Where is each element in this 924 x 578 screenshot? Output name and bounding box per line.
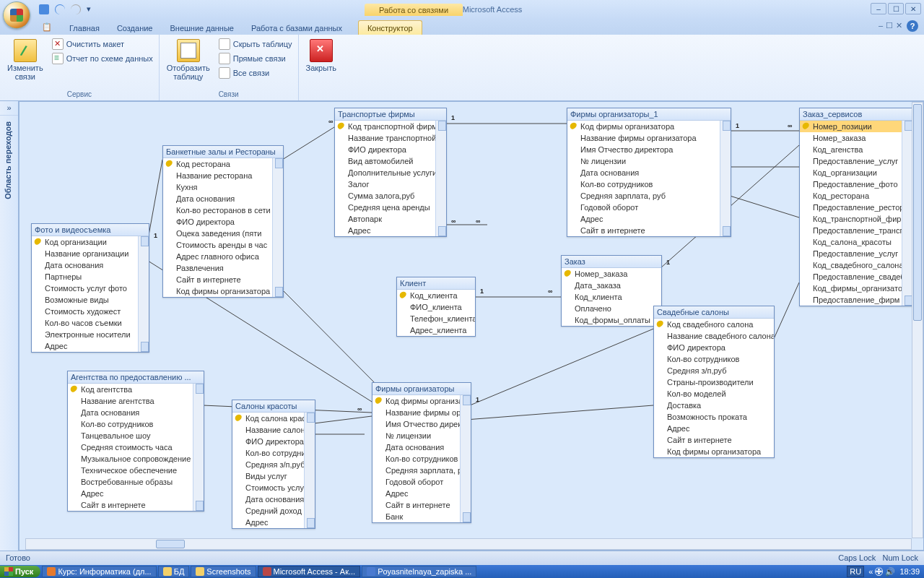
table-field[interactable]: Предоставление_транспорт [800, 225, 912, 236]
table-field[interactable]: Предоставление_услуг [800, 248, 912, 259]
table-field[interactable]: Оплачено [562, 303, 661, 314]
table-field[interactable]: Код_транспортной_фирмы [800, 213, 912, 225]
edit-relationships-button[interactable]: Изменить связи [4, 38, 46, 82]
table-field[interactable]: Кол-во ресторанов в сети [163, 204, 283, 216]
table-field[interactable]: Адрес [567, 213, 731, 225]
table-field[interactable]: Кол-во моделей [654, 388, 774, 400]
table-field[interactable]: Возможность проката [654, 411, 774, 423]
table-header[interactable]: Свадебные салоны [654, 306, 774, 319]
table-field[interactable]: Банк [372, 511, 471, 522]
table-scrollbar[interactable] [460, 395, 471, 522]
start-button[interactable]: Пуск [0, 566, 40, 577]
table-field[interactable]: ФИО_клиента [397, 301, 475, 313]
language-indicator[interactable]: RU [847, 566, 864, 577]
table-scrollbar[interactable] [304, 413, 315, 528]
table-field[interactable]: Код_организации [800, 167, 912, 178]
table-field[interactable]: Код_ресторана [800, 190, 912, 202]
table-field[interactable]: Доставка [654, 400, 774, 411]
table-window-wedding[interactable]: Свадебные салоныКод свадебного салонаНаз… [653, 306, 775, 458]
table-field[interactable]: Код фирмы организатора [163, 285, 283, 297]
relationship-report-button[interactable]: Отчет по схеме данных [51, 52, 154, 65]
table-window-order[interactable]: ЗаказНомер_заказаДата_заказаКод_клиентаО… [561, 255, 662, 327]
table-field[interactable]: Номер_заказа [562, 268, 661, 280]
maximize-button[interactable]: ☐ [888, 3, 904, 14]
table-field[interactable]: Автопарк [335, 213, 446, 225]
tab-home[interactable]: Главная [61, 21, 108, 35]
table-field[interactable]: Средняя з/п,руб [232, 459, 315, 470]
table-field[interactable]: Название транспортной [335, 132, 446, 144]
table-field[interactable]: Средняя зарплата, руб [372, 465, 471, 476]
taskbar-item[interactable]: Screenshots [191, 566, 256, 577]
undo-icon[interactable] [55, 4, 65, 14]
table-field[interactable]: Название свадебного салона [654, 330, 774, 342]
table-field[interactable]: Дата основания [32, 259, 149, 271]
table-field[interactable]: Адрес [335, 225, 446, 236]
qat-dropdown-icon[interactable]: ▾ [87, 4, 97, 14]
table-field[interactable]: Сайт в интернете [372, 499, 471, 511]
table-scrollbar[interactable] [193, 384, 204, 511]
table-field[interactable]: Код_формы_оплаты [562, 314, 661, 326]
horizontal-scrollbar[interactable] [25, 538, 912, 550]
table-header[interactable]: Агентства по предоставлению ... [68, 371, 204, 384]
minimize-button[interactable]: – [871, 3, 886, 14]
table-header[interactable]: Транспортые фирмы [335, 108, 446, 121]
table-field[interactable]: Код агентства [68, 384, 204, 395]
table-field[interactable]: Кол-во часов съемки [32, 317, 149, 329]
table-field[interactable]: Предоставление_услуг [800, 155, 912, 167]
table-field[interactable]: Музыкальное сопровождение [68, 453, 204, 465]
show-table-button[interactable]: Отобразить таблицу [164, 38, 213, 82]
table-field[interactable]: Код_агенства [800, 144, 912, 155]
close-button-ribbon[interactable]: Закрыть [303, 38, 339, 74]
table-field[interactable]: Дата основания [68, 407, 204, 418]
table-field[interactable]: Кол-во сотрудников [232, 447, 315, 459]
table-field[interactable]: Название фирмы организатора [372, 407, 471, 418]
table-field[interactable]: Адрес_клиента [397, 324, 475, 336]
table-field[interactable]: Название организации [32, 248, 149, 259]
office-button[interactable] [3, 1, 30, 29]
table-header[interactable]: Банкетные залы и Рестораны [163, 146, 283, 158]
table-field[interactable]: Дата основания [567, 167, 731, 178]
table-field[interactable]: Адрес [32, 340, 149, 352]
table-field[interactable]: Код_клиента [562, 291, 661, 303]
table-field[interactable]: Код фирмы организатора [567, 121, 731, 132]
table-field[interactable]: Техническое обеспечение [68, 465, 204, 476]
table-field[interactable]: Кол-во сотрудников [654, 353, 774, 365]
table-field[interactable]: Виды услуг [232, 470, 315, 482]
table-field[interactable]: Название салона красоты [232, 424, 315, 436]
table-field[interactable]: Дополнительные услуги [335, 167, 446, 178]
help-icon[interactable]: ? [907, 20, 918, 32]
table-field[interactable]: Стоимость услуг,руб [232, 482, 315, 493]
table-header[interactable]: Салоны красоты [232, 400, 315, 413]
taskbar-item[interactable]: БД [158, 566, 190, 577]
table-window-services[interactable]: Заказ_сервисовНомер_позицииНомер_заказаК… [799, 108, 912, 306]
table-field[interactable]: Кол-во сотрудников [567, 178, 731, 190]
table-field[interactable]: Залог [335, 178, 446, 190]
table-field[interactable]: Номер_заказа [800, 132, 912, 144]
save-icon[interactable] [39, 4, 49, 14]
table-field[interactable]: Предоставление_ресторан [800, 202, 912, 213]
all-relationships-button[interactable]: Все связи [217, 66, 294, 79]
table-field[interactable]: Стоимость аренды в час [163, 239, 283, 251]
table-field[interactable]: Кол-во сотрудников [372, 453, 471, 465]
table-field[interactable]: Страны-производители [654, 376, 774, 388]
table-field[interactable]: № лицензии [567, 155, 731, 167]
table-scrollbar[interactable] [435, 121, 446, 236]
table-window-beauty[interactable]: Салоны красотыКод салона красотыНазвание… [232, 400, 315, 529]
table-field[interactable]: Адрес [654, 423, 774, 434]
table-field[interactable]: Возможные виды [32, 294, 149, 306]
table-field[interactable]: Код_свадебного_салона [800, 259, 912, 271]
table-field[interactable]: Вид автомобилей [335, 155, 446, 167]
table-header[interactable]: Фото и видеосъемка [32, 224, 149, 236]
direct-relationships-button[interactable]: Прямые связи [217, 52, 294, 65]
table-field[interactable]: Танцевальное шоу [68, 430, 204, 441]
table-field[interactable]: Код салона красоты [232, 413, 315, 424]
table-window-org[interactable]: Фирмы организаторыКод фирмы организатора… [372, 382, 471, 523]
table-field[interactable]: Сайт в интернете [654, 434, 774, 446]
table-field[interactable]: Адрес главного офиса [163, 251, 283, 262]
table-field[interactable]: Сайт в интернете [68, 499, 204, 511]
table-field[interactable]: Сумма залога,руб [335, 190, 446, 202]
table-window-org1[interactable]: Фирмы организаторы_1Код фирмы организато… [567, 108, 731, 237]
table-field[interactable]: ФИО директора [163, 216, 283, 228]
table-field[interactable]: Сайт в интернете [567, 225, 731, 236]
table-field[interactable]: Имя Отчество директора [372, 418, 471, 430]
